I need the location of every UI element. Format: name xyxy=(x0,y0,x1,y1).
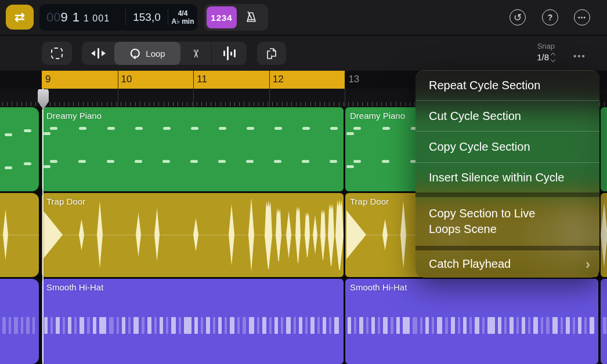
bar-number: 11 xyxy=(197,74,207,85)
track-smooth-hi-hat: Smooth Hi-Hat Smooth Hi-Hat xyxy=(0,279,607,364)
transport-bar: ⇄ 00 9 1 1 001 153,0 4/4 A♭ min 1234 xyxy=(0,0,607,35)
undo-icon: ↺ xyxy=(514,12,522,24)
bar-number: 12 xyxy=(273,74,284,85)
edit-toolbar: Loop ✂ Snap xyxy=(0,35,607,71)
bar-number: 10 xyxy=(121,74,132,85)
region-hat-second[interactable]: Smooth Hi-Hat xyxy=(345,279,598,364)
bar-number: 13 xyxy=(348,74,359,85)
region-hat-main[interactable]: Smooth Hi-Hat xyxy=(42,279,344,364)
region-trap-sliver[interactable] xyxy=(601,193,607,277)
position-leading-zeros: 00 xyxy=(46,10,60,25)
region-trap-partial[interactable] xyxy=(0,193,39,277)
menu-item-copy-cycle-section[interactable]: Copy Cycle Section xyxy=(415,131,599,162)
menu-item-copy-to-live-loops[interactable]: Copy Section to Live Loops Scene xyxy=(415,197,599,246)
position-ticks: 1 001 xyxy=(84,13,110,24)
help-icon: ? xyxy=(548,13,553,22)
position-beat: 1 xyxy=(73,10,80,25)
bar-number: 9 xyxy=(45,74,50,85)
copy-paste-icon xyxy=(265,46,279,60)
time-signature-key: 4/4 A♭ min xyxy=(168,9,197,26)
loop-button-selected[interactable]: Loop xyxy=(114,42,180,65)
cycle-icon: ⇄ xyxy=(15,10,25,25)
edit-mode-segmented-control: Loop ✂ xyxy=(82,42,247,65)
menu-item-label: Copy Section to Live Loops Scene xyxy=(429,206,535,237)
marquee-select-button[interactable] xyxy=(42,42,72,65)
playhead-position: 00 9 1 1 001 xyxy=(39,10,125,25)
region-label: Smooth Hi-Hat xyxy=(350,282,407,292)
menu-item-repeat-cycle-section[interactable]: Repeat Cycle Section xyxy=(415,70,599,100)
metronome-button[interactable] xyxy=(237,6,266,28)
scissors-icon: ✂ xyxy=(189,49,203,58)
region-piano-sliver[interactable] xyxy=(601,107,607,191)
menu-group-separator xyxy=(415,246,599,250)
metronome-icon xyxy=(244,10,259,25)
copy-paste-button[interactable] xyxy=(257,42,286,65)
region-label: Smooth Hi-Hat xyxy=(46,282,103,292)
help-button[interactable]: ? xyxy=(542,9,558,26)
dots-icon: ••• xyxy=(573,51,586,61)
menu-item-label: Catch Playhead xyxy=(429,257,511,271)
toolbar-more-button[interactable]: ••• xyxy=(573,51,586,61)
region-hat-partial[interactable] xyxy=(0,279,39,364)
region-label: Dreamy Piano xyxy=(350,111,405,121)
undo-button[interactable]: ↺ xyxy=(510,9,526,26)
count-in-label: 1234 xyxy=(211,13,232,23)
region-label: Trap Door xyxy=(350,196,389,206)
region-piano-main[interactable]: Dreamy Piano xyxy=(42,107,344,191)
menu-item-cut-cycle-section[interactable]: Cut Cycle Section xyxy=(415,100,599,131)
chevron-up-down-icon xyxy=(551,53,555,61)
position-bar: 9 xyxy=(60,10,68,25)
join-button[interactable] xyxy=(212,42,247,65)
tempo-value: 153,0 xyxy=(126,11,168,24)
time-signature: 4/4 xyxy=(168,9,197,17)
marquee-icon xyxy=(51,48,63,59)
count-in-metronome-group: 1234 xyxy=(204,4,268,31)
menu-item-label: Repeat Cycle Section xyxy=(429,79,540,92)
join-icon xyxy=(223,46,236,60)
garageband-window: ⇄ 00 9 1 1 001 153,0 4/4 A♭ min 1234 xyxy=(0,0,607,364)
menu-item-label: Copy Cycle Section xyxy=(429,140,530,154)
region-piano-partial[interactable] xyxy=(0,107,39,191)
snap-control[interactable]: Snap 1/8 xyxy=(511,42,555,62)
song-key: A♭ min xyxy=(168,17,197,26)
menu-item-label: Cut Cycle Section xyxy=(429,110,521,123)
playhead-line[interactable] xyxy=(42,89,44,364)
menu-item-insert-silence[interactable]: Insert Silence within Cycle xyxy=(415,162,599,192)
region-hat-sliver[interactable] xyxy=(601,279,607,364)
menu-group-separator xyxy=(415,192,599,197)
menu-item-catch-playhead[interactable]: Catch Playhead › xyxy=(415,250,599,278)
menu-item-label: Insert Silence within Cycle xyxy=(429,171,564,184)
lcd-display[interactable]: 00 9 1 1 001 153,0 4/4 A♭ min xyxy=(39,4,197,31)
count-in-button[interactable]: 1234 xyxy=(207,6,237,28)
split-button[interactable]: ✂ xyxy=(180,42,211,65)
region-trap-main[interactable]: Trap Door xyxy=(42,193,344,277)
loop-icon xyxy=(129,48,141,59)
cycle-context-menu: Repeat Cycle Section Cut Cycle Section C… xyxy=(415,70,599,278)
loop-label: Loop xyxy=(146,49,165,59)
snap-label: Snap xyxy=(511,42,555,50)
ellipsis-icon: ⋯ xyxy=(578,13,587,22)
trim-icon xyxy=(91,48,106,59)
region-label: Dreamy Piano xyxy=(46,111,102,121)
more-button[interactable]: ⋯ xyxy=(574,9,590,26)
cycle-button[interactable]: ⇄ xyxy=(6,5,34,30)
region-label: Trap Door xyxy=(46,196,85,206)
snap-value: 1/8 xyxy=(537,52,549,62)
chevron-right-icon: › xyxy=(586,257,590,271)
trim-button[interactable] xyxy=(82,42,114,65)
